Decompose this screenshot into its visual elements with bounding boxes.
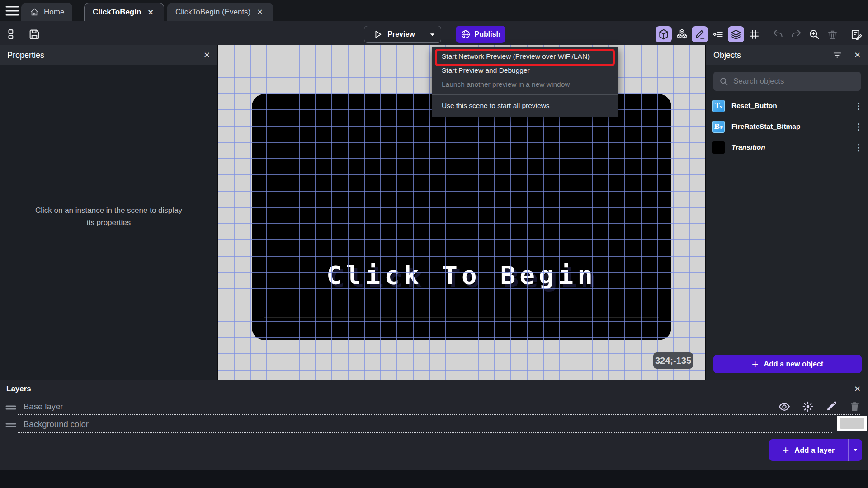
close-tab-icon[interactable]: ✕ bbox=[146, 7, 155, 18]
toolbar-left bbox=[7, 28, 42, 42]
undo-icon[interactable] bbox=[770, 26, 786, 42]
toolbar-divider bbox=[844, 26, 844, 42]
layer-name[interactable]: Base layer bbox=[24, 402, 63, 412]
objects-search[interactable] bbox=[713, 72, 861, 91]
layer-name-underline bbox=[18, 414, 860, 415]
preview-label: Preview bbox=[387, 30, 415, 38]
delete-icon[interactable] bbox=[824, 26, 840, 42]
tab-label: ClickToBegin (Events) bbox=[175, 8, 250, 17]
gdevelop-window: Home ClickToBegin ✕ ClickToBegin (Events… bbox=[0, 0, 868, 488]
instances-list-icon[interactable] bbox=[710, 26, 726, 42]
layer-name[interactable]: Background color bbox=[24, 419, 89, 429]
publish-button[interactable]: Publish bbox=[456, 26, 505, 43]
close-properties-icon[interactable]: ✕ bbox=[203, 50, 210, 60]
main-menu-icon[interactable] bbox=[5, 5, 19, 17]
chevron-down-icon bbox=[852, 447, 859, 453]
object-name: Transition bbox=[731, 143, 765, 151]
tab-clicktobegin-events[interactable]: ClickToBegin (Events) ✕ bbox=[167, 3, 273, 21]
add-layer-button-group: + Add a layer bbox=[769, 439, 862, 461]
add-object-label: Add a new object bbox=[764, 360, 824, 368]
close-layers-icon[interactable]: ✕ bbox=[854, 384, 861, 394]
object-groups-icon[interactable] bbox=[674, 26, 690, 42]
toolbar-divider bbox=[766, 26, 766, 42]
properties-panel: Properties ✕ Click on an instance in the… bbox=[0, 45, 218, 380]
add-layer-options-button[interactable] bbox=[849, 439, 862, 461]
plus-icon: + bbox=[752, 360, 759, 369]
grid-icon[interactable] bbox=[746, 26, 762, 42]
preview-button[interactable]: Preview bbox=[364, 26, 424, 43]
menu-item-preview-debugger[interactable]: Start Preview and Debugger bbox=[432, 63, 618, 77]
add-layer-label: Add a layer bbox=[794, 446, 835, 455]
layers-title: Layers bbox=[6, 385, 31, 394]
close-objects-icon[interactable]: ✕ bbox=[854, 50, 861, 60]
scene-title-text: Click To Begin bbox=[252, 260, 671, 290]
object-menu-icon[interactable]: ⋮ bbox=[854, 146, 862, 149]
objects-title: Objects bbox=[713, 51, 741, 60]
menu-item-network-preview[interactable]: Start Network Preview (Preview over WiFi… bbox=[432, 49, 618, 63]
text-object-icon: Tx bbox=[712, 100, 725, 112]
object-row-reset-button[interactable]: Tx Reset_Button ⋮ bbox=[706, 95, 868, 116]
open-panels-icon[interactable] bbox=[7, 28, 21, 42]
object-row-fireratestat-bitmap[interactable]: BF FireRateStat_Bitmap ⋮ bbox=[706, 116, 868, 137]
properties-panel-header: Properties ✕ bbox=[0, 45, 217, 65]
plus-icon: + bbox=[783, 446, 789, 455]
menu-item-launch-another-preview[interactable]: Launch another preview in a new window bbox=[432, 77, 618, 91]
edit-properties-icon[interactable] bbox=[692, 26, 708, 42]
menu-item-use-scene-for-previews[interactable]: Use this scene to start all previews bbox=[432, 99, 618, 113]
preview-options-menu: Start Network Preview (Preview over WiFi… bbox=[432, 47, 618, 117]
sprite-object-icon bbox=[712, 141, 725, 154]
layer-actions bbox=[778, 401, 861, 413]
play-icon bbox=[373, 29, 383, 39]
toggle-layers-panel-icon[interactable] bbox=[728, 26, 744, 42]
search-icon bbox=[719, 76, 729, 86]
toolbar-right bbox=[655, 26, 865, 43]
layer-row-base: Base layer bbox=[0, 400, 868, 415]
tab-label: Home bbox=[44, 8, 64, 17]
globe-icon bbox=[461, 29, 471, 39]
cursor-coordinates-badge: 324;-135 bbox=[653, 352, 693, 369]
preview-button-group: Preview bbox=[364, 26, 441, 43]
tab-label: ClickToBegin bbox=[93, 8, 141, 17]
home-icon bbox=[29, 7, 39, 17]
drag-handle-icon[interactable] bbox=[5, 404, 16, 411]
layer-effects-icon[interactable] bbox=[802, 401, 814, 413]
objects-panel-header: Objects ✕ bbox=[706, 45, 868, 65]
tab-bar: Home ClickToBegin ✕ ClickToBegin (Events… bbox=[0, 0, 868, 21]
object-name: FireRateStat_Bitmap bbox=[731, 122, 800, 131]
tab-home[interactable]: Home bbox=[21, 3, 72, 21]
zoom-in-icon[interactable] bbox=[806, 26, 822, 42]
objects-panel: Objects ✕ Tx Reset_Button ⋮ BF FireRateS… bbox=[705, 45, 868, 380]
publish-label: Publish bbox=[475, 30, 501, 38]
close-tab-icon[interactable]: ✕ bbox=[255, 7, 264, 17]
add-new-object-button[interactable]: + Add a new object bbox=[713, 355, 862, 373]
delete-layer-icon[interactable] bbox=[849, 401, 861, 413]
filter-icon[interactable] bbox=[832, 50, 842, 60]
add-layer-button[interactable]: + Add a layer bbox=[769, 439, 849, 461]
object-row-transition[interactable]: Transition ⋮ bbox=[706, 137, 868, 158]
object-name: Reset_Button bbox=[731, 102, 777, 110]
layers-panel: Layers ✕ Base layer bbox=[0, 380, 868, 470]
bottom-strip bbox=[0, 470, 868, 488]
preview-options-button[interactable] bbox=[424, 26, 441, 43]
bitmap-font-object-icon: BF bbox=[712, 121, 725, 133]
background-color-swatch[interactable] bbox=[837, 416, 867, 431]
scene-background-rect[interactable]: Click To Begin bbox=[252, 94, 671, 340]
search-input[interactable] bbox=[733, 77, 855, 86]
edit-scene-events-icon[interactable] bbox=[848, 26, 864, 42]
edit-layer-icon[interactable] bbox=[826, 401, 837, 413]
toggle-objects-panel-icon[interactable] bbox=[656, 26, 672, 42]
visibility-eye-icon[interactable] bbox=[778, 401, 790, 413]
drag-handle-icon[interactable] bbox=[5, 422, 16, 428]
menu-divider bbox=[432, 94, 618, 95]
properties-title: Properties bbox=[7, 51, 44, 60]
properties-empty-message: Click on an instance in the scene to dis… bbox=[0, 204, 217, 229]
redo-icon[interactable] bbox=[788, 26, 804, 42]
save-icon[interactable] bbox=[28, 28, 42, 42]
layer-row-background-color: Background color bbox=[0, 418, 868, 433]
layer-name-underline bbox=[18, 432, 832, 433]
scene-inner-outline bbox=[264, 317, 659, 324]
chevron-down-icon bbox=[429, 31, 436, 38]
tab-clicktobegin[interactable]: ClickToBegin ✕ bbox=[84, 3, 164, 21]
object-menu-icon[interactable]: ⋮ bbox=[854, 125, 862, 128]
object-menu-icon[interactable]: ⋮ bbox=[854, 104, 862, 108]
